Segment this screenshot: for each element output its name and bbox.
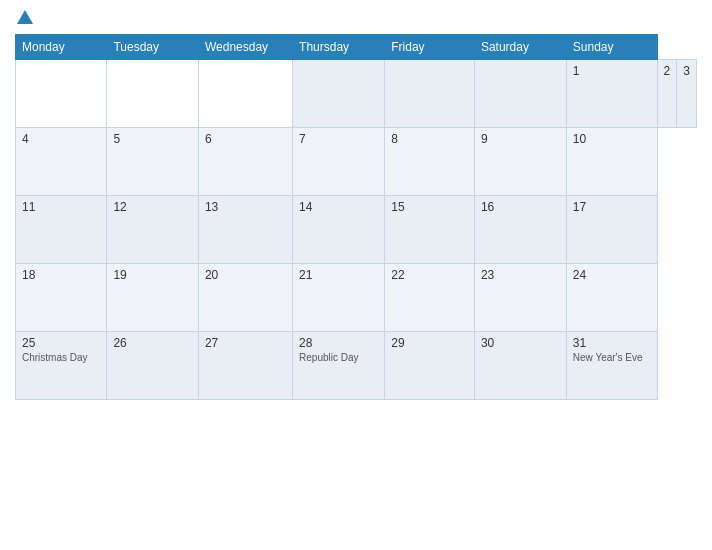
calendar-day-cell: 3 — [677, 60, 697, 128]
calendar-day-cell: 21 — [293, 264, 385, 332]
calendar-day-cell: 20 — [198, 264, 292, 332]
day-number: 24 — [573, 268, 651, 282]
calendar-day-cell: 26 — [107, 332, 199, 400]
day-number: 7 — [299, 132, 378, 146]
day-number: 9 — [481, 132, 560, 146]
logo-triangle-icon — [17, 10, 33, 24]
calendar-day-cell: 28Republic Day — [293, 332, 385, 400]
day-number: 28 — [299, 336, 378, 350]
day-number: 12 — [113, 200, 192, 214]
calendar-day-cell: 13 — [198, 196, 292, 264]
calendar-day-cell: 16 — [474, 196, 566, 264]
event-label: Republic Day — [299, 352, 378, 363]
weekday-header-tuesday: Tuesday — [107, 35, 199, 60]
day-number: 15 — [391, 200, 468, 214]
calendar-day-cell: 6 — [198, 128, 292, 196]
day-number: 11 — [22, 200, 100, 214]
calendar-day-cell: 12 — [107, 196, 199, 264]
calendar-day-cell: 27 — [198, 332, 292, 400]
calendar-day-cell: 5 — [107, 128, 199, 196]
logo — [15, 10, 33, 26]
day-number: 25 — [22, 336, 100, 350]
weekday-header-thursday: Thursday — [293, 35, 385, 60]
weekday-header-saturday: Saturday — [474, 35, 566, 60]
day-number: 13 — [205, 200, 286, 214]
weekday-header-row: MondayTuesdayWednesdayThursdayFridaySatu… — [16, 35, 697, 60]
calendar-day-cell: 17 — [566, 196, 657, 264]
calendar-table: MondayTuesdayWednesdayThursdayFridaySatu… — [15, 34, 697, 400]
empty-cell — [198, 60, 292, 128]
calendar-day-cell: 11 — [16, 196, 107, 264]
calendar-day-cell: 2 — [657, 60, 677, 128]
day-number: 23 — [481, 268, 560, 282]
calendar-day-cell: 18 — [16, 264, 107, 332]
calendar-day-cell: 22 — [385, 264, 475, 332]
calendar-week-row: 123 — [16, 60, 697, 128]
calendar-day-cell: 1 — [566, 60, 657, 128]
calendar-day-cell: 10 — [566, 128, 657, 196]
day-number: 5 — [113, 132, 192, 146]
calendar-day-cell: 31New Year's Eve — [566, 332, 657, 400]
empty-cell — [16, 60, 107, 128]
calendar-day-cell: 19 — [107, 264, 199, 332]
day-number: 14 — [299, 200, 378, 214]
day-number: 29 — [391, 336, 468, 350]
weekday-header-monday: Monday — [16, 35, 107, 60]
calendar-header — [15, 10, 697, 26]
day-number: 1 — [573, 64, 651, 78]
calendar-day-cell — [293, 60, 385, 128]
day-number: 31 — [573, 336, 651, 350]
event-label: Christmas Day — [22, 352, 100, 363]
calendar-day-cell: 9 — [474, 128, 566, 196]
calendar-container: MondayTuesdayWednesdayThursdayFridaySatu… — [0, 0, 712, 550]
day-number: 6 — [205, 132, 286, 146]
calendar-week-row: 18192021222324 — [16, 264, 697, 332]
calendar-day-cell: 30 — [474, 332, 566, 400]
calendar-day-cell: 7 — [293, 128, 385, 196]
day-number: 4 — [22, 132, 100, 146]
day-number: 21 — [299, 268, 378, 282]
calendar-day-cell: 8 — [385, 128, 475, 196]
calendar-week-row: 45678910 — [16, 128, 697, 196]
day-number: 22 — [391, 268, 468, 282]
calendar-day-cell: 23 — [474, 264, 566, 332]
weekday-header-sunday: Sunday — [566, 35, 657, 60]
calendar-day-cell — [474, 60, 566, 128]
calendar-day-cell: 24 — [566, 264, 657, 332]
day-number: 19 — [113, 268, 192, 282]
event-label: New Year's Eve — [573, 352, 651, 363]
day-number: 20 — [205, 268, 286, 282]
calendar-day-cell — [385, 60, 475, 128]
weekday-header-wednesday: Wednesday — [198, 35, 292, 60]
day-number: 18 — [22, 268, 100, 282]
calendar-day-cell: 4 — [16, 128, 107, 196]
calendar-day-cell: 14 — [293, 196, 385, 264]
day-number: 30 — [481, 336, 560, 350]
calendar-week-row: 25Christmas Day262728Republic Day293031N… — [16, 332, 697, 400]
calendar-day-cell: 29 — [385, 332, 475, 400]
calendar-week-row: 11121314151617 — [16, 196, 697, 264]
empty-cell — [107, 60, 199, 128]
calendar-day-cell: 25Christmas Day — [16, 332, 107, 400]
calendar-day-cell: 15 — [385, 196, 475, 264]
day-number: 10 — [573, 132, 651, 146]
day-number: 8 — [391, 132, 468, 146]
day-number: 26 — [113, 336, 192, 350]
day-number: 16 — [481, 200, 560, 214]
day-number: 3 — [683, 64, 690, 78]
day-number: 2 — [664, 64, 671, 78]
weekday-header-friday: Friday — [385, 35, 475, 60]
day-number: 17 — [573, 200, 651, 214]
day-number: 27 — [205, 336, 286, 350]
